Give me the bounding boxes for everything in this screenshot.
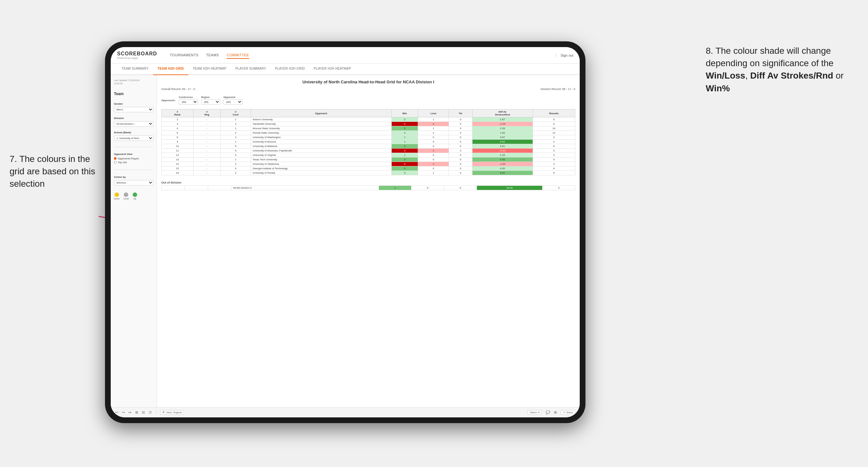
cell-7: 1.83 — [472, 131, 533, 135]
share-button[interactable]: ↗ Share — [561, 410, 575, 415]
copy-icon[interactable]: ⊞ — [135, 410, 138, 414]
cell-2: 2 — [220, 171, 251, 175]
cell-5: 1 — [418, 162, 449, 166]
annotation-right: 8. The colour shade will change dependin… — [706, 44, 859, 94]
cell-4: 5 — [391, 126, 418, 131]
cell-2: 1 — [220, 117, 251, 122]
cell-1: - — [193, 162, 220, 166]
clock-icon[interactable]: ⏱ — [149, 411, 152, 414]
opponents-label: Opponents: — [161, 99, 176, 102]
radio-label-top100: Top 100 — [118, 161, 127, 164]
nav-committee[interactable]: COMMITTEE — [226, 52, 249, 59]
school-select[interactable]: 1. University of Nort... — [114, 135, 153, 141]
subnav-team-h2h-grid[interactable]: TEAM H2H GRID — [153, 64, 188, 75]
od-cell-5: 0 — [411, 186, 444, 190]
division-select[interactable]: NCAA Division I — [114, 121, 153, 127]
cell-4: 0 — [391, 162, 418, 166]
opponent-select[interactable]: (All) — [223, 99, 243, 105]
annotation-bold3: Win% — [706, 83, 730, 93]
layout-icon[interactable]: ⊞ — [554, 410, 557, 414]
legend-up-label: Up — [133, 197, 136, 200]
subnav-player-h2h-grid[interactable]: PLAYER H2H GRID — [271, 64, 309, 74]
cell-6: 0 — [449, 157, 472, 162]
undo-icon[interactable]: ↩ — [115, 410, 118, 414]
view-label: View: Original — [166, 411, 182, 414]
region-select[interactable]: (All) — [201, 99, 220, 105]
cell-6: 0 — [449, 139, 472, 144]
cell-5: 0 — [418, 166, 449, 171]
table-row: 13-1Texas Tech University3005.569 — [162, 157, 575, 162]
sign-out-button[interactable]: Sign out — [556, 54, 574, 57]
table-row: 4-1Arizona State University5102.2816 — [162, 126, 575, 131]
subnav-player-summary[interactable]: PLAYER SUMMARY — [231, 64, 271, 74]
cell-5: 0 — [418, 153, 449, 157]
annotation-right-prefix: 8. The colour shade will change dependin… — [706, 46, 834, 68]
view-original-button[interactable]: 👁 View: Original — [160, 410, 184, 415]
grid-area: University of North Carolina Head-to-Hea… — [157, 75, 580, 407]
th-conf: #Conf — [220, 110, 251, 117]
cell-5: 1 — [418, 149, 449, 153]
table-row: 14-2University of Oklahoma010-1.003 — [162, 162, 575, 166]
view-icon: 👁 — [162, 411, 165, 414]
redo-icon[interactable]: ↪ — [122, 410, 125, 414]
radio-opponents-played[interactable]: Opponents Played — [114, 157, 153, 160]
gender-select[interactable]: Men's — [114, 107, 153, 112]
nav-teams[interactable]: TEAMS — [206, 52, 219, 59]
table-row: 9-1University of Arizona1009.002 — [162, 139, 575, 144]
table-row: 2-1Auburn University2101.679 — [162, 117, 575, 122]
cell-8: 3 — [533, 149, 575, 153]
filter-conference-group: Conference (All) — [179, 96, 198, 105]
od-cell-1 — [185, 186, 208, 190]
cell-0: 10 — [162, 144, 193, 149]
th-rank: #Rank — [162, 110, 193, 117]
od-cell-3: NCAA Division II — [231, 186, 379, 190]
subnav-team-h2h-heatmap[interactable]: TEAM H2H HEATMAP — [188, 64, 231, 74]
table-header-row: #Rank #Reg #Conf Opponent Win Loss Tie D… — [162, 110, 575, 117]
cell-3: Texas Tech University — [251, 157, 391, 162]
main-content: Last Updated: 27/03/2024 16:55:38 Team G… — [111, 75, 580, 407]
cell-3: University of Arkansas, Fayetteville — [251, 149, 391, 153]
cell-1: - — [193, 117, 220, 122]
cell-7: -2.29 — [472, 122, 533, 126]
cell-8: 9 — [533, 157, 575, 162]
out-of-division-row: NCAA Division II10026.003 — [162, 186, 575, 190]
subnav-player-h2h-heatmap[interactable]: PLAYER H2H HEATMAP — [309, 64, 355, 74]
conference-select[interactable]: (All) — [179, 99, 198, 105]
comment-icon[interactable]: 💬 — [546, 410, 550, 414]
cell-2: 2 — [220, 135, 251, 139]
nav-tournaments[interactable]: TOURNAMENTS — [170, 52, 198, 59]
cell-6: 0 — [449, 153, 472, 157]
filter-opponent-group: Opponent (All) — [223, 96, 243, 105]
cell-3: Vanderbilt University — [251, 122, 391, 126]
cell-8: 3 — [533, 153, 575, 157]
cell-6: 0 — [449, 171, 472, 175]
od-cell-7: 26.00 — [477, 186, 542, 190]
radio-top100[interactable]: Top 100 — [114, 161, 153, 164]
gender-label: Gender — [114, 102, 153, 105]
cell-1: - — [193, 126, 220, 131]
colour-by-select[interactable]: Win/loss Diff Av Strokes/Rnd Win% — [114, 180, 153, 185]
forward-icon[interactable]: ↦ — [128, 410, 131, 414]
cell-3: Arizona State University — [251, 126, 391, 131]
table-row: 15-4Georgia Institute of Technology5004.… — [162, 166, 575, 171]
cell-4: 2 — [391, 117, 418, 122]
cell-6: 0 — [449, 166, 472, 171]
th-rounds: Rounds — [533, 110, 575, 117]
subnav-team-summary[interactable]: TEAM SUMMARY — [117, 64, 153, 74]
cell-8: 9 — [533, 117, 575, 122]
cell-2: 5 — [220, 144, 251, 149]
cell-8: 9 — [533, 171, 575, 175]
cell-4: 5 — [391, 166, 418, 171]
watch-chevron: ▾ — [538, 411, 540, 414]
nav-links: TOURNAMENTS TEAMS COMMITTEE — [170, 52, 546, 59]
grid-icon[interactable]: ⊟ — [142, 410, 145, 414]
od-cell-2 — [208, 186, 231, 190]
cell-8: 8 — [533, 144, 575, 149]
region-label: Region — [201, 96, 220, 99]
watch-button[interactable]: Watch ▾ — [528, 410, 541, 415]
cell-2: 1 — [220, 157, 251, 162]
cell-6: 0 — [449, 135, 472, 139]
cell-8: 2 — [533, 139, 575, 144]
od-cell-8: 3 — [542, 186, 575, 190]
cell-6: 0 — [449, 131, 472, 135]
